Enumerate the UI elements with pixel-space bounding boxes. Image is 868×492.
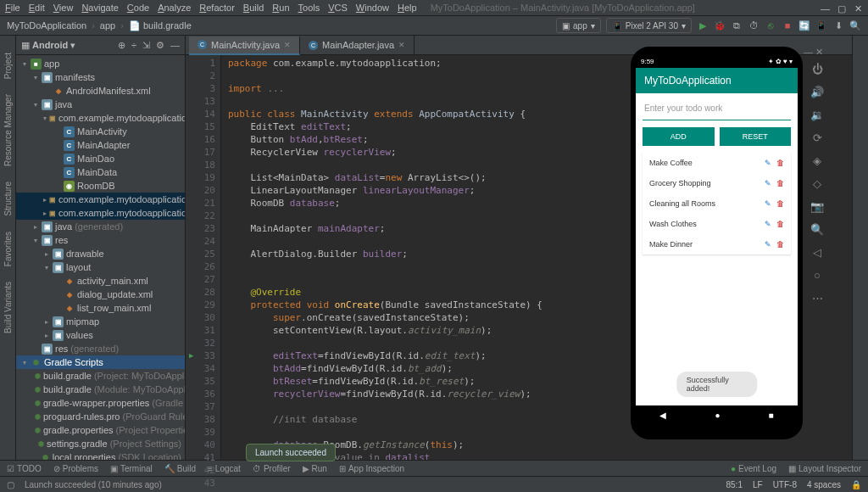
debug-icon[interactable]: 🐞 [714,20,726,31]
tw-event-log[interactable]: ●Event Log [731,464,776,473]
tree-node[interactable]: ▾▣manifests [16,70,185,84]
gutter-resource-manager[interactable]: Resource Manager [3,94,13,166]
tree-node[interactable]: ⬢proguard-rules.pro (ProGuard Rules for … [16,410,185,423]
emu-tool-icon[interactable]: ⏻ [812,63,823,75]
breadcrumb[interactable]: MyToDoApplication [7,20,86,31]
tree-node[interactable]: ◉RoomDB [16,179,185,193]
editor-tab[interactable]: CMainAdapter.java✕ [300,36,415,54]
delete-icon[interactable]: 🗑 [776,240,784,249]
android-nav[interactable]: ◀●■ [636,405,798,424]
emu-tool-icon[interactable]: ○ [814,269,821,282]
tree-node[interactable]: ◆dialog_update.xml [16,288,185,301]
delete-icon[interactable]: 🗑 [776,179,784,187]
sync-icon[interactable]: 🔄 [798,20,810,31]
menu-window[interactable]: Window [356,3,389,13]
menu-refactor[interactable]: Refactor [199,3,235,13]
gutter-structure[interactable]: Structure [3,182,13,216]
emu-tool-icon[interactable]: 🔉 [810,109,824,121]
emu-tool-icon[interactable]: ◇ [813,177,821,190]
tree-node[interactable]: ▸▣drawable [16,247,185,260]
tree-node[interactable]: ▾■app [16,57,185,70]
tree-node[interactable]: ◆list_row_main.xml [16,301,185,315]
tree-node[interactable]: ▾▣com.example.mytodoapplication [16,111,185,125]
tree-node[interactable]: ▸▣mipmap [16,315,185,328]
gear-icon[interactable]: ⚙ [156,40,164,51]
tree-node[interactable]: CMainActivity [16,125,185,138]
edit-icon[interactable]: ✎ [765,220,771,228]
menu-help[interactable]: Help [398,3,417,13]
search-icon[interactable]: 🔍 [849,20,861,31]
attach-icon[interactable]: ⎋ [765,20,776,31]
tree-node[interactable]: ▾▣java [16,98,185,111]
tree-node[interactable]: ▸▣values [16,328,185,342]
lock-icon[interactable]: 🔒 [851,480,861,489]
emu-tool-icon[interactable]: ◁ [813,246,821,259]
project-tree[interactable]: ▾■app▾▣manifests◆AndroidManifest.xml▾▣ja… [16,55,185,460]
android-view[interactable]: ▦ Android ▾ [21,40,75,51]
emu-tool-icon[interactable]: ⋯ [812,292,823,305]
tree-node[interactable]: CMainDao [16,152,185,165]
menu-run[interactable]: Run [272,3,289,13]
hide-icon[interactable]: — [170,40,180,50]
menu-analyze[interactable]: Analyze [158,3,191,13]
edit-icon[interactable]: ✎ [765,199,771,208]
editor-tab[interactable]: CMainActivity.java✕ [189,36,300,55]
reset-button[interactable]: RESET [720,127,792,146]
tw-terminal[interactable]: ▣Terminal [110,464,153,473]
encoding[interactable]: UTF-8 [773,480,797,489]
tree-node[interactable]: CMainData [16,165,185,179]
run-icon[interactable]: ▶ [697,20,709,31]
menu-tools[interactable]: Tools [298,3,320,13]
stop-icon[interactable]: ■ [782,20,793,31]
breadcrumb[interactable]: 📄 build.gradle [129,20,192,31]
tree-node[interactable]: ▾▣res [16,233,185,247]
sdk-icon[interactable]: ⬇ [832,20,844,31]
expand-icon[interactable]: ⇲ [142,40,150,51]
delete-icon[interactable]: 🗑 [776,199,784,208]
window-controls[interactable]: —▢✕ [821,3,863,12]
collapse-icon[interactable]: ÷ [131,40,136,50]
close-icon[interactable]: ✕ [398,41,405,49]
emu-tool-icon[interactable]: 🔊 [810,86,824,98]
tree-node[interactable]: ◆AndroidManifest.xml [16,84,185,98]
edit-icon[interactable]: ✎ [765,159,771,167]
device-selector[interactable]: 📱 Pixel 2 API 30 ▾ [606,18,692,33]
delete-icon[interactable]: 🗑 [776,220,784,228]
emu-tool-icon[interactable]: ◈ [813,154,821,167]
emu-close-icon[interactable]: — ✕ [803,47,823,58]
menu-view[interactable]: View [53,3,74,13]
add-button[interactable]: ADD [643,127,715,146]
menu-code[interactable]: Code [127,3,149,13]
avd-icon[interactable]: 📱 [815,20,827,31]
target-icon[interactable]: ⊕ [118,40,125,51]
tree-node[interactable]: ⬢gradle.properties (Project Properties) [16,423,185,437]
gutter-project[interactable]: Project [3,53,13,79]
tw-app-inspection[interactable]: ⊞App Inspection [339,464,404,473]
emu-tool-icon[interactable]: 📷 [810,200,824,213]
tree-node[interactable]: ⬢gradle-wrapper.properties (Gradle Versi… [16,396,185,410]
tree-node[interactable]: ▸▣com.example.mytodoapplication (test) [16,206,185,220]
tree-node[interactable]: CMainAdapter [16,138,185,152]
gutter-build-variants[interactable]: Build Variants [3,282,13,333]
edit-icon[interactable]: ✎ [765,179,771,187]
tree-node[interactable]: ◆activity_main.xml [16,274,185,288]
tree-node[interactable]: ⬢local.properties (SDK Location) [16,450,185,460]
tw-run[interactable]: ▶Run [303,464,327,473]
emu-tool-icon[interactable]: ⟳ [813,131,822,144]
line-ending[interactable]: LF [753,480,763,489]
menu-file[interactable]: File [5,3,20,13]
tree-node[interactable]: ⬢settings.gradle (Project Settings) [16,437,185,450]
tw-layout-inspector[interactable]: ▦Layout Inspector [788,464,861,473]
delete-icon[interactable]: 🗑 [776,159,784,167]
tw-profiler[interactable]: ⏱Profiler [253,464,291,473]
emu-tool-icon[interactable]: 🔍 [810,223,824,236]
menu-build[interactable]: Build [243,3,264,13]
tree-node[interactable]: ▸▣com.example.mytodoapplication (android… [16,193,185,206]
menu-vcs[interactable]: VCS [328,3,348,13]
emulator-device[interactable]: 9:59✦ ✿ ♥ ▾ MyToDoApplication Enter your… [631,47,803,439]
coverage-icon[interactable]: ⧉ [731,20,743,31]
breadcrumb[interactable]: app [100,20,115,31]
tree-node[interactable]: ▣res (generated) [16,342,185,355]
profile-icon[interactable]: ⏱ [748,20,760,31]
gutter-favorites[interactable]: Favorites [3,232,13,266]
